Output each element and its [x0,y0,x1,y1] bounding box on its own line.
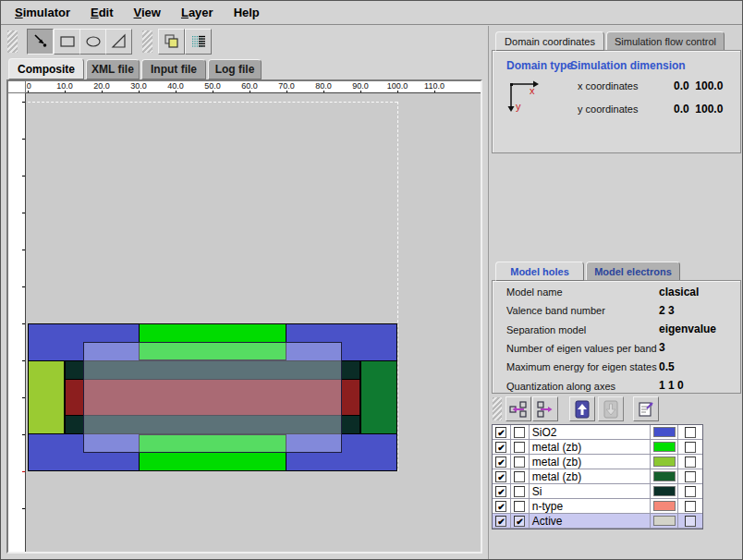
application-window: SimulatorEditViewLayerHelp CompositeXML … [0,0,743,560]
horizontal-ruler: .010.020.030.040.050.060.070.080.090.010… [26,81,481,93]
active-checkbox[interactable] [514,427,525,438]
triangle-tool-button[interactable] [105,29,132,55]
toolbar-grip[interactable] [7,30,18,53]
toolbar-grip[interactable] [142,30,152,53]
active-checkbox[interactable] [514,471,525,482]
region-active-overlay[interactable] [83,342,342,453]
extra-checkbox[interactable] [685,471,696,482]
region-metal-left[interactable] [28,360,65,434]
domain-coordinates-panel: Domain type Simulation dimension x y x c… [492,50,741,153]
v-tick-label: -10.0 [8,499,9,518]
layer-color-swatch[interactable] [653,457,676,467]
select-tool-icon [31,32,50,51]
menu-edit[interactable]: Edit [82,3,122,22]
move-up-button[interactable] [569,396,595,421]
rectangle-tool-button[interactable] [54,29,80,55]
layer-row-active[interactable]: ✔✔Active [493,514,702,529]
h-tick-label: 40.0 [167,81,184,91]
layer-row-metal-zb-[interactable]: ✔metal (zb) [493,455,702,469]
h-tick-label: 100.0 [387,81,408,91]
axis-orientation-icon: x y [505,79,542,116]
layer-color-swatch[interactable] [653,501,676,511]
properties-icon [636,399,656,420]
layer-extra-cell [678,484,702,498]
select-tool-button[interactable] [27,29,54,55]
layer-color-cell [651,484,678,498]
region-metal-right[interactable] [360,360,397,434]
layer-active-cell [511,469,530,483]
model-row-value: 2 3 [659,304,675,317]
visible-checkbox[interactable]: ✔ [495,501,506,512]
tab-composite[interactable]: Composite [8,58,84,79]
layer-extra-cell [678,499,702,513]
layer-visible-cell: ✔ [493,514,511,528]
menu-layer[interactable]: Layer [173,3,222,22]
model-holes-panel: Model nameclasicalValence band number2 3… [492,280,741,394]
active-checkbox[interactable] [514,442,525,453]
extra-checkbox[interactable] [685,516,696,527]
move-down-icon [602,399,620,420]
layer-row-metal-zb-[interactable]: ✔metal (zb) [493,469,702,484]
model-row-value: 3 [659,341,665,354]
visible-checkbox[interactable]: ✔ [495,486,506,497]
tab-model-electrons[interactable]: Model electrons [586,262,680,281]
layer-active-cell [511,425,530,439]
active-checkbox[interactable] [514,501,525,512]
layer-row-n-type[interactable]: ✔n-type [493,499,702,514]
layer-color-swatch[interactable] [653,442,676,452]
model-row-label: Quantization along axes [506,381,615,392]
layer-name: Si [530,484,651,498]
domain-row-label: y coordinates [578,103,638,115]
layer-row-si[interactable]: ✔Si [493,484,702,499]
layer-color-swatch[interactable] [653,427,676,437]
extra-checkbox[interactable] [685,427,696,438]
layer-color-swatch[interactable] [653,516,676,526]
extra-checkbox[interactable] [685,501,696,512]
h-tick-label: 70.0 [278,81,295,91]
layer-row-metal-zb-[interactable]: ✔metal (zb) [493,440,702,455]
model-row-label: Number of eigen values per band [506,343,657,354]
ellipse-tool-button[interactable] [79,29,106,55]
remove-layer-button[interactable] [532,396,558,421]
extra-checkbox[interactable] [685,486,696,497]
menu-simulator[interactable]: Simulator [6,3,79,22]
tab-log-file[interactable]: Log file [208,59,262,79]
layer-color-swatch[interactable] [653,471,676,481]
properties-button[interactable] [633,396,659,421]
tab-simulation-flow-control[interactable]: Simulation flow control [606,31,725,51]
mesh-tool-button[interactable] [185,29,212,55]
move-down-button [598,396,624,421]
model-row-value: 0.5 [659,360,675,373]
right-panel: Domain coordinatesSimulation flow contro… [488,26,743,560]
layer-color-swatch[interactable] [653,486,676,496]
tab-model-holes[interactable]: Model holes [495,262,584,281]
order-tool-button[interactable] [158,29,185,55]
active-checkbox[interactable]: ✔ [514,516,525,527]
visible-checkbox[interactable]: ✔ [495,427,506,438]
visible-checkbox[interactable]: ✔ [495,516,506,527]
layer-toolbar [492,395,742,423]
extra-checkbox[interactable] [685,442,696,453]
tab-domain-coordinates[interactable]: Domain coordinates [495,31,604,51]
extra-checkbox[interactable] [685,457,696,468]
layer-toolbar-grip[interactable] [493,397,502,420]
visible-checkbox[interactable]: ✔ [495,442,506,453]
visible-checkbox[interactable]: ✔ [495,471,506,482]
menu-view[interactable]: View [126,3,169,22]
mesh-tool-icon [189,32,208,51]
tab-xml-file[interactable]: XML file [86,59,140,79]
menu-help[interactable]: Help [225,3,268,22]
domain-boundary-y [28,102,397,103]
add-layer-button[interactable] [505,396,531,421]
layer-row-sio2[interactable]: ✔SiO2 [493,425,702,440]
active-checkbox[interactable] [514,457,525,468]
v-tick-label: 10 [8,97,9,106]
active-checkbox[interactable] [514,486,525,497]
tab-input-file[interactable]: Input file [141,59,206,79]
vertical-ruler: 1090.080.070.060.050.040.030.020.010.00.… [8,93,26,552]
canvas-area[interactable] [26,93,479,550]
visible-checkbox[interactable]: ✔ [495,457,506,468]
model-row-label: Model name [506,286,563,298]
h-tick-label: .0 [26,81,31,91]
domain-boundary-x [397,102,398,471]
